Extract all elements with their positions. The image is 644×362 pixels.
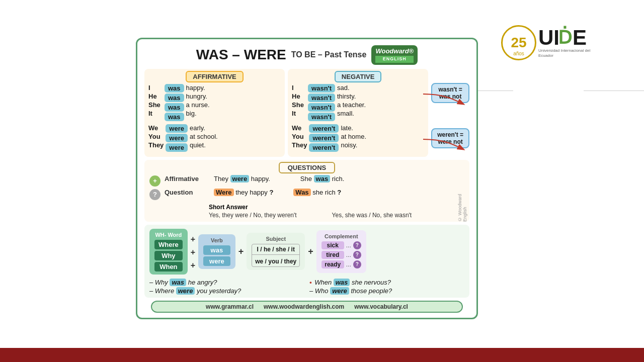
example-3: – Where were you yesterday?: [149, 287, 304, 295]
wh-box: WH- Word Where Why When: [149, 229, 188, 275]
woodward-bot: ENGLISH: [375, 56, 414, 63]
subject-sg: I / he / she / it: [252, 244, 299, 255]
werent-def-box: weren't =were not: [431, 128, 469, 148]
verb-wh-were: were: [203, 256, 230, 266]
verb-wh-was: was: [203, 245, 230, 255]
aff-pronouns-2: We You They: [148, 124, 164, 149]
neg-row-1: I He She It wasn't wasn't wasn't wasn't …: [292, 84, 424, 121]
uide-text-block: UIḊE Universidad Internacional del Ecuad…: [538, 27, 604, 59]
verb-wh-box: Verb was were: [198, 234, 235, 269]
uide-number: 25: [511, 35, 526, 51]
verb-werent-1: weren't: [309, 124, 339, 133]
plus-badge: +: [149, 175, 160, 187]
def-boxes: wasn't =was not weren't =were not: [431, 69, 469, 157]
q-question-2: Was she rich ?: [293, 189, 341, 196]
q-affirmative-examples: They were happy. She was rich.: [214, 175, 344, 183]
neg-pronouns-2: We You They: [292, 124, 307, 149]
complement-title: Complement: [321, 233, 361, 239]
questions-label-text: QUESTIONS: [279, 162, 336, 173]
negative-label-text: NEGATIVE: [335, 71, 382, 82]
werent-def-text: weren't =were not: [437, 131, 463, 145]
q-question-examples: Were they happy ? Was she rich ?: [214, 189, 341, 196]
neg-complements-1: sad. thirsty. a teacher. small.: [337, 84, 366, 117]
verb-was-1: was: [165, 84, 184, 93]
questions-section: QUESTIONS + Affirmative They were happy.…: [144, 160, 469, 222]
short-answer-label: Short Answer: [209, 204, 248, 211]
verb-was-2: was: [165, 94, 184, 102]
verb-were-2: were: [166, 134, 188, 142]
title-sub: TO BE – Past Tense: [291, 50, 367, 59]
wh-where: Where: [154, 240, 183, 249]
plus-sign-3: +: [308, 246, 313, 257]
uide-subtitle: Universidad Internacional del Ecuador: [538, 48, 604, 59]
negative-block: NEGATIVE I He She It wasn't wasn't wasn'…: [288, 69, 428, 157]
plus-1: +: [191, 235, 195, 244]
footer-bar: [0, 348, 644, 362]
wasnt-def-text: wasn't =was not: [438, 86, 462, 100]
verb-was-3: was: [165, 103, 184, 112]
affirmative-label-text: AFFIRMATIVE: [186, 71, 243, 82]
comp-qmark-1: ?: [353, 241, 361, 249]
verb-were-q2: Were: [214, 189, 234, 196]
verb-wh-words: was were: [203, 245, 230, 266]
wh-when: When: [154, 262, 183, 272]
neg-row-2: We You They weren't weren't weren't late…: [292, 124, 424, 152]
examples-section: – Why was he angry? • When was she nervo…: [149, 278, 464, 296]
verb-werent-2: weren't: [309, 134, 339, 142]
footer-link-2[interactable]: www.woodwardenglish.com: [264, 303, 344, 310]
comp-word-tired: tired: [321, 251, 344, 259]
q-question-row: ? Question Were they happy ? Was she ric…: [149, 189, 464, 200]
plus-2: +: [191, 248, 195, 257]
main-card: WAS – WERE TO BE – Past Tense Woodward® …: [136, 38, 478, 319]
complement-box: Complement sick ... ? tired ... ? ready …: [316, 230, 366, 273]
verb-were-q: were: [230, 175, 250, 183]
neg-complements-2: late. at home. noisy.: [341, 124, 366, 149]
footer-links: www.grammar.cl www.woodwardenglish.com w…: [151, 301, 463, 313]
verb-wasnt-3: wasn't: [308, 103, 335, 112]
q-affirm-1: They were happy.: [214, 175, 270, 183]
verb-was-4: was: [165, 113, 184, 121]
woodward-badge: Woodward® ENGLISH: [371, 45, 418, 65]
subject-title: Subject: [252, 236, 300, 242]
wh-section: WH- Word Where Why When + + + Verb was w…: [144, 225, 469, 298]
top-section: AFFIRMATIVE I He She It was was was was …: [144, 69, 469, 157]
verb-was-q2: Was: [293, 189, 310, 196]
uide-leaf-icon: Ḋ: [558, 29, 572, 47]
comp-word-sick: sick: [321, 241, 344, 249]
comp-ready: ready ... ?: [321, 260, 361, 268]
uide-anos: años: [501, 51, 536, 56]
comp-qmark-3: ?: [353, 260, 361, 268]
wh-box-title: WH- Word: [154, 232, 183, 238]
uide-logo: 25 años UIḊE Universidad Internacional d…: [501, 25, 604, 60]
woodward-top: Woodward®: [375, 47, 414, 56]
wh-section-inner: WH- Word Where Why When + + + Verb was w…: [149, 229, 464, 275]
deco-line-right: [584, 90, 644, 91]
q-affirmative-row: + Affirmative They were happy. She was r…: [149, 175, 464, 187]
subject-box: Subject I / he / she / it we / you / the…: [247, 233, 305, 270]
example-2: • When was she nervous?: [309, 279, 464, 286]
wh-why: Why: [154, 251, 183, 260]
short-ans-1: Yes, they were / No, they weren't: [209, 212, 297, 219]
example-4: – Who were those people?: [309, 287, 464, 295]
q-question-label: Question: [165, 189, 210, 196]
plus-3: +: [191, 261, 195, 270]
subject-values: I / he / she / it we / you / they: [252, 244, 300, 267]
aff-complements-2: early. at school. quiet.: [190, 124, 218, 149]
comp-word-ready: ready: [321, 260, 344, 268]
verb-was-q: was: [314, 175, 331, 183]
plus-sign-2: +: [238, 246, 244, 257]
short-ans-2: Yes, she was / No, she wasn't: [332, 212, 412, 219]
subject-pl: we / you / they: [252, 256, 299, 266]
comp-qmark-2: ?: [353, 251, 361, 259]
verb-wh-title: Verb: [203, 237, 230, 243]
copyright-text: © Woodward English: [457, 180, 467, 222]
verb-wasnt-1: wasn't: [308, 84, 335, 93]
verb-werent-3: weren't: [309, 143, 339, 152]
footer-link-3[interactable]: www.vocabulary.cl: [354, 303, 408, 310]
aff-verbs-2: were were were: [166, 124, 188, 152]
footer-link-1[interactable]: www.grammar.cl: [206, 303, 254, 310]
verb-wasnt-4: wasn't: [308, 113, 335, 121]
neg-verbs-1: wasn't wasn't wasn't wasn't: [308, 84, 335, 121]
comp-tired: tired ... ?: [321, 251, 361, 259]
neg-pronouns-1: I He She It: [292, 84, 306, 117]
